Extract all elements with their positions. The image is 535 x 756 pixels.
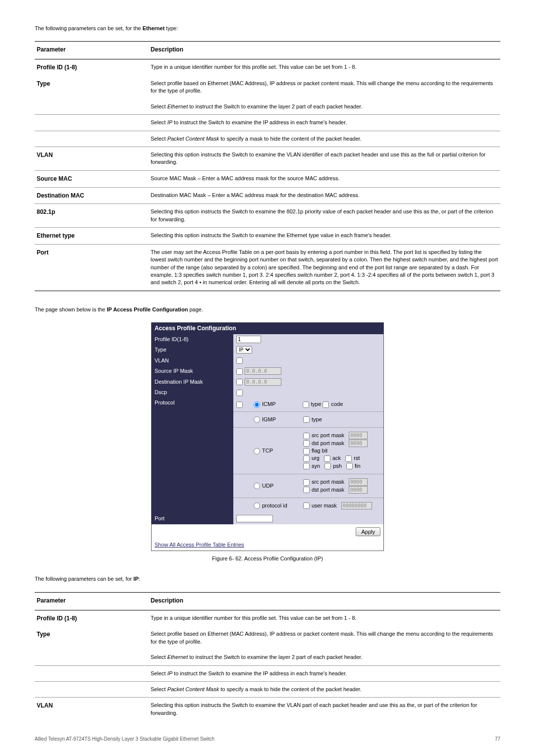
t2-head-param: Parameter bbox=[35, 592, 149, 610]
apc-dstip-label: Destination IP Mask bbox=[152, 377, 233, 387]
t2-r0-desc: Type in a unique identifier number for t… bbox=[149, 610, 500, 626]
t1-r6-desc: Source MAC Mask – Enter a MAC address ma… bbox=[149, 170, 500, 187]
intro1-bold: Ethernet bbox=[143, 25, 165, 31]
apc-type-label: Type bbox=[152, 345, 233, 355]
t1-r0-name: Profile ID (1-8) bbox=[35, 59, 149, 76]
t1-r5-name: VLAN bbox=[35, 147, 149, 170]
apc-srcip-input[interactable] bbox=[245, 367, 281, 375]
t1-r2-desc: Select Ethernet to instruct the Switch t… bbox=[149, 99, 500, 115]
apc-protocol-label: Protocol bbox=[152, 398, 233, 513]
t1-r4-desc: Select Packet Content Mask to specify a … bbox=[149, 131, 500, 147]
t1-r7-name: Destination MAC bbox=[35, 187, 149, 204]
pid-user-input[interactable] bbox=[341, 502, 372, 509]
t1-r8-desc: Selecting this option instructs the Swit… bbox=[149, 204, 500, 228]
tcp-flagbit-check[interactable]: flag bit bbox=[303, 447, 327, 454]
proto-tcp-radio[interactable]: TCP bbox=[254, 448, 273, 454]
intro1-prefix: The following parameters can be set, for… bbox=[35, 25, 143, 31]
t1-r9-desc: Selecting this option instructs the Swit… bbox=[149, 228, 500, 245]
show-all-entries-link[interactable]: Show All Access Profile Table Entries bbox=[152, 539, 383, 551]
t1-r3-desc: Select IP to instruct the Switch to exam… bbox=[149, 115, 500, 131]
tcp-fin-check[interactable]: fin bbox=[346, 462, 361, 470]
t2-r5-name: VLAN bbox=[35, 698, 149, 721]
intro-ethernet: The following parameters can be set, for… bbox=[35, 25, 500, 32]
t2-r1-desc: Select profile based on Ethernet (MAC Ad… bbox=[149, 626, 500, 650]
t1-r7-desc: Destination MAC Mask – Enter a MAC addre… bbox=[149, 187, 500, 204]
t1-r5-desc: Selecting this option instructs the Swit… bbox=[149, 147, 500, 170]
apc-port-input[interactable] bbox=[236, 515, 273, 522]
tcp-urg-check[interactable]: urg bbox=[303, 454, 320, 462]
t1-r1-name: Type bbox=[35, 76, 149, 99]
t1-r10-name: Port bbox=[35, 244, 149, 291]
t2-r3-desc: Select IP to instruct the Switch to exam… bbox=[149, 665, 500, 681]
udp-src-check[interactable]: src port mask bbox=[303, 478, 344, 486]
udp-dst-input[interactable] bbox=[349, 486, 368, 494]
proto-igmp-radio[interactable]: IGMP bbox=[254, 416, 276, 422]
apc-vlan-checkbox[interactable] bbox=[236, 357, 243, 364]
apc-vlan-label: VLAN bbox=[152, 355, 233, 366]
icmp-code-check[interactable]: code bbox=[322, 401, 343, 407]
t2-r0-name: Profile ID (1-8) bbox=[35, 610, 149, 626]
apc-port-label: Port bbox=[152, 513, 233, 524]
t1-r10-desc: The user may set the Access Profile Tabl… bbox=[149, 244, 500, 291]
proto-udp-radio[interactable]: UDP bbox=[254, 483, 273, 489]
intro-ip: The following parameters can be set, for… bbox=[35, 575, 500, 583]
pid-user-check[interactable]: user mask bbox=[303, 502, 337, 509]
tcp-dst-input[interactable] bbox=[349, 440, 368, 447]
figure-caption: Figure 6- 62. Access Profile Configurati… bbox=[35, 555, 500, 562]
tcp-psh-check[interactable]: psh bbox=[324, 462, 342, 470]
t2-head-desc: Description bbox=[149, 592, 500, 610]
t1-head-desc: Description bbox=[149, 42, 500, 59]
footer-right: 77 bbox=[495, 736, 500, 743]
t1-r6-name: Source MAC bbox=[35, 170, 149, 187]
apc-title: Access Profile Configuration bbox=[152, 323, 383, 334]
tcp-src-check[interactable]: src port mask bbox=[303, 432, 344, 439]
apc-dscp-label: Dscp bbox=[152, 387, 233, 398]
apc-profile-id-input[interactable] bbox=[236, 336, 261, 343]
t1-r8-name: 802.1p bbox=[35, 204, 149, 228]
t1-r1-desc: Select profile based on Ethernet (MAC Ad… bbox=[149, 76, 500, 99]
tcp-src-input[interactable] bbox=[349, 432, 368, 439]
proto-icmp-radio[interactable]: ICMP bbox=[254, 401, 276, 407]
apc-protocol-checkbox[interactable] bbox=[236, 402, 243, 408]
t2-r2-desc: Select Ethernet to instruct the Switch t… bbox=[149, 650, 500, 665]
page-footer: Allied Telesyn AT-9724TS High-Density La… bbox=[35, 736, 500, 743]
ip-params-table: Parameter Description Profile ID (1-8) T… bbox=[35, 592, 500, 721]
udp-dst-check[interactable]: dst port mask bbox=[303, 486, 344, 494]
mid-sentence: The page shown below is the IP Access Pr… bbox=[35, 306, 500, 313]
ethernet-params-table: Parameter Description Profile ID (1-8) T… bbox=[35, 41, 500, 291]
intro1-suffix: type: bbox=[164, 25, 178, 31]
t2-r1-name: Type bbox=[35, 626, 149, 650]
apc-type-select[interactable]: IP bbox=[236, 346, 252, 353]
apc-dstip-checkbox[interactable] bbox=[236, 379, 243, 385]
proto-pid-radio[interactable]: protocol id bbox=[254, 503, 287, 508]
tcp-syn-check[interactable]: syn bbox=[303, 462, 320, 470]
tcp-rst-check[interactable]: rst bbox=[345, 454, 360, 462]
icmp-type-check[interactable]: type bbox=[303, 401, 321, 407]
t2-r4-desc: Select Packet Content Mask to specify a … bbox=[149, 682, 500, 698]
apc-srcip-label: Source IP Mask bbox=[152, 366, 233, 376]
t2-r5-desc: Selecting this option instructs the Swit… bbox=[149, 698, 500, 721]
apc-dscp-checkbox[interactable] bbox=[236, 390, 243, 396]
access-profile-config-panel: Access Profile Configuration Profile ID(… bbox=[151, 322, 384, 551]
t1-head-param: Parameter bbox=[35, 42, 149, 59]
apc-profile-id-label: Profile ID(1-8) bbox=[152, 334, 233, 345]
tcp-ack-check[interactable]: ack bbox=[324, 454, 341, 462]
apc-dstip-input[interactable] bbox=[245, 378, 281, 386]
igmp-type-check[interactable]: type bbox=[303, 416, 322, 423]
t1-r0-desc: Type in a unique identifier number for t… bbox=[149, 59, 500, 76]
udp-src-input[interactable] bbox=[349, 478, 368, 486]
footer-left: Allied Telesyn AT-9724TS High-Density La… bbox=[35, 736, 214, 743]
apc-srcip-checkbox[interactable] bbox=[236, 368, 243, 375]
tcp-dst-check[interactable]: dst port mask bbox=[303, 440, 344, 447]
t1-r9-name: Ethernet type bbox=[35, 228, 149, 245]
apply-button[interactable]: Apply bbox=[356, 527, 380, 536]
